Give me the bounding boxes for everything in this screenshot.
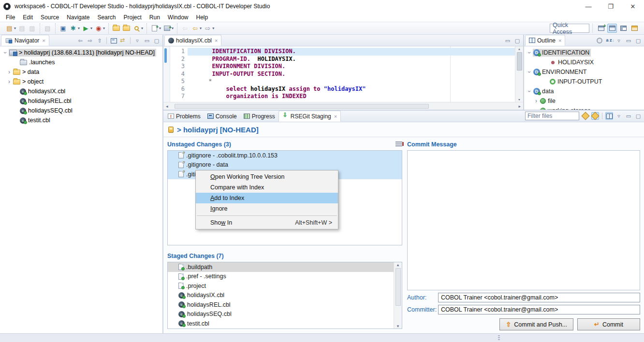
tab-progress[interactable]: Progress — [240, 111, 278, 122]
scrollbar-thumb[interactable] — [395, 268, 401, 306]
menu-item-compare-with-index[interactable]: Compare with Index — [196, 182, 338, 193]
minimize-icon[interactable]: ▭ — [504, 37, 512, 44]
sort-alphabetically-icon[interactable] — [605, 37, 613, 44]
remote-system-perspective-button[interactable] — [618, 24, 628, 33]
staged-scrollbar[interactable]: ▴ ▾ — [394, 262, 402, 328]
scrollbar-thumb[interactable] — [517, 52, 522, 71]
twisty-icon[interactable]: › — [526, 49, 533, 56]
new-wizard-button[interactable]: ▤▾ — [4, 24, 17, 33]
show-untracked-files-icon[interactable] — [591, 112, 599, 120]
staged-item--project[interactable]: .project — [168, 281, 394, 291]
maximize-icon[interactable]: ▢ — [153, 37, 161, 44]
unstaged-item--gitignore-cobolit-tmp-10-0-0-153[interactable]: .gitignore - .cobolit.tmp.10.0.0.153 — [168, 151, 402, 160]
menu-help[interactable]: Help — [192, 14, 212, 21]
column-layout-icon[interactable] — [605, 112, 613, 120]
twisty-icon[interactable]: › — [533, 107, 540, 110]
committer-input[interactable] — [438, 305, 640, 314]
scroll-down-icon[interactable]: ▾ — [397, 324, 399, 328]
restore-window-icon[interactable]: ❐ — [600, 0, 622, 13]
back-button[interactable]: ⇦▾ — [190, 24, 203, 33]
open-perspective-button[interactable] — [596, 24, 606, 33]
twisty-icon[interactable]: › — [526, 69, 533, 75]
code-line-4[interactable]: INPUT-OUTPUT SECTION. — [188, 71, 515, 78]
search-button[interactable]: ▾ — [132, 24, 144, 33]
view-menu-icon[interactable]: ▿ — [133, 37, 141, 44]
open-cobol-program-button[interactable] — [111, 24, 121, 33]
staged-item-holidaysrel-cbl[interactable]: cholidaysREL.cbl — [168, 300, 394, 310]
twisty-icon[interactable]: › — [6, 78, 13, 85]
tab-console[interactable]: Console — [204, 111, 240, 122]
menu-window[interactable]: Window — [164, 14, 192, 21]
view-menu-icon[interactable]: ▿ — [615, 37, 623, 44]
tab-navigator[interactable]: Navigator × — [1, 35, 49, 46]
editor-horizontal-scrollbar[interactable]: ◂ ▸ — [163, 102, 523, 110]
commit-and-push-button[interactable]: ⇧ Commit and Push... — [499, 318, 573, 330]
outline-item-identification[interactable]: ›DIDENTIFICATION — [524, 48, 644, 57]
staged-item-holidaysix-cbl[interactable]: cholidaysIX.cbl — [168, 291, 394, 300]
open-copybook-button[interactable] — [121, 24, 132, 33]
staged-item--buildpath[interactable]: .buildpath — [168, 262, 394, 272]
navigator-item--object[interactable]: ›> object — [0, 77, 162, 86]
run-button[interactable]: ▶▾ — [81, 24, 93, 33]
twisty-icon[interactable]: › — [526, 88, 533, 95]
tab-rsegit-staging[interactable]: RSEGit Staging× — [278, 111, 341, 122]
sort-icon[interactable] — [395, 142, 402, 147]
menu-item-open-working-tree-version[interactable]: Open Working Tree Version — [196, 171, 338, 182]
minimize-window-icon[interactable]: — — [577, 0, 600, 13]
scrollbar-thumb[interactable] — [175, 104, 429, 109]
maximize-icon[interactable]: ▢ — [634, 112, 642, 120]
dropdown-arrow-icon[interactable]: ▾ — [212, 26, 214, 30]
new-cobol-program-button[interactable]: ▾ — [149, 24, 162, 33]
close-icon[interactable]: × — [334, 114, 337, 119]
dropdown-arrow-icon[interactable]: ▾ — [172, 26, 174, 30]
author-input[interactable] — [438, 293, 640, 302]
twisty-icon[interactable]: › — [2, 49, 9, 56]
scroll-up-icon[interactable]: ▴ — [397, 262, 399, 267]
menu-edit[interactable]: Edit — [19, 14, 37, 21]
compare-mode-icon[interactable] — [582, 112, 589, 120]
code-line-3[interactable]: ENVIRONMENT DIVISION. — [188, 63, 515, 71]
scroll-right-icon[interactable]: ▸ — [516, 104, 523, 109]
code-line-7[interactable]: organization is INDEXED — [188, 93, 515, 100]
twisty-icon[interactable]: › — [6, 69, 13, 75]
close-window-icon[interactable]: ✕ — [622, 0, 644, 13]
editor-vertical-scrollbar[interactable]: ▴ ▾ — [515, 46, 523, 102]
back-icon[interactable]: ⇦ — [76, 37, 84, 44]
view-menu-icon[interactable]: ▿ — [615, 112, 623, 120]
commit-message-input[interactable] — [407, 150, 640, 290]
filter-files-input[interactable] — [525, 112, 579, 120]
dropdown-arrow-icon[interactable]: ▾ — [200, 26, 202, 30]
scroll-down-icon[interactable]: ▾ — [518, 97, 520, 102]
twisty-icon[interactable]: › — [533, 98, 540, 104]
staged-item--pref-settings[interactable]: .pref - .settings — [168, 272, 394, 282]
focus-icon[interactable] — [596, 37, 603, 44]
forward-button[interactable]: ⇨▾ — [203, 24, 215, 33]
outline-item-holidaysix[interactable]: HOLIDAYSIX — [524, 57, 644, 67]
tab-editor-holidaysix[interactable]: holidaysIX.cbl × — [164, 35, 221, 46]
minimize-icon[interactable]: ▭ — [625, 112, 632, 120]
open-console-button[interactable]: ▣ — [58, 24, 68, 33]
outline-item-file[interactable]: ›file — [524, 96, 644, 106]
tab-outline[interactable]: Outline × — [525, 35, 565, 46]
dropdown-arrow-icon[interactable]: ▾ — [141, 26, 143, 30]
new-cobol-project-button[interactable]: ▾ — [162, 24, 175, 33]
cobol-perspective-button[interactable] — [607, 24, 617, 33]
code-line-1[interactable]: IDENTIFICATION DIVISION. — [188, 48, 515, 56]
unstaged-changes-list[interactable]: .gitignore - .cobolit.tmp.10.0.0.153.git… — [167, 150, 402, 245]
menu-project[interactable]: Project — [119, 14, 145, 21]
navigator-item-testit-cbl[interactable]: ctestit.cbl — [0, 115, 162, 125]
navigator-item--holidayprj-138-68-41-131-holidayprj-no-head-[interactable]: ›> holidayprj (138.68.41.131) [holidaypr… — [0, 48, 162, 57]
outline-item-environment[interactable]: ›DENVIRONMENT — [524, 67, 644, 77]
navigator-item--data[interactable]: ›> data — [0, 67, 162, 77]
debug-button[interactable]: ✱▾ — [68, 24, 81, 33]
navigator-item-holidaysseq-cbl[interactable]: cholidaysSEQ.cbl — [0, 106, 162, 115]
code-area[interactable]: IDENTIFICATION DIVISION. PROGRAM-ID. HOL… — [188, 46, 515, 102]
code-editor[interactable]: 1234567 IDENTIFICATION DIVISION. PROGRAM… — [163, 46, 523, 102]
collapse-all-icon[interactable] — [110, 37, 117, 44]
link-with-editor-icon[interactable] — [119, 37, 127, 44]
menu-source[interactable]: Source — [37, 14, 63, 21]
close-icon[interactable]: × — [558, 38, 561, 43]
dropdown-arrow-icon[interactable]: ▾ — [90, 26, 92, 30]
menu-file[interactable]: File — [2, 14, 19, 21]
menu-run[interactable]: Run — [146, 14, 164, 21]
